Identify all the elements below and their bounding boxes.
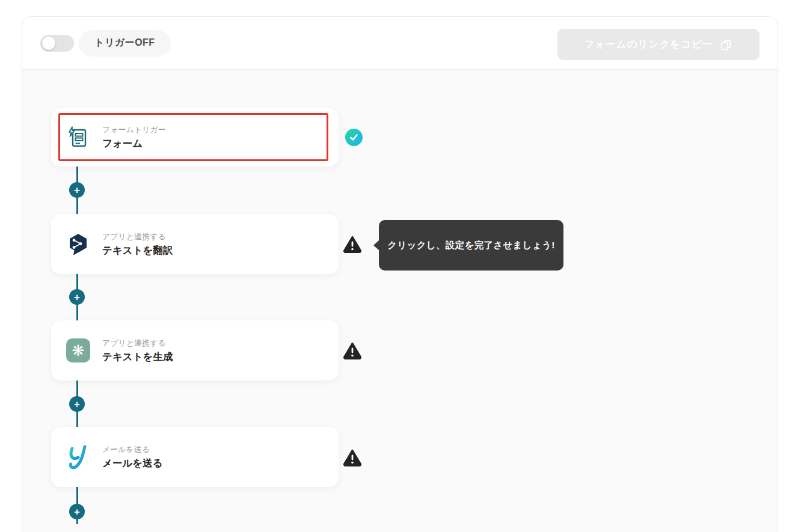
node-category: メールを送る xyxy=(102,444,163,455)
form-trigger-icon xyxy=(65,124,91,151)
success-check-icon xyxy=(345,129,363,146)
toggle-knob xyxy=(42,37,55,50)
warning-icon xyxy=(343,448,362,466)
node-category: フォームトリガー xyxy=(102,124,166,135)
tooltip-arrow-left xyxy=(373,240,379,251)
yoom-mail-icon xyxy=(65,444,91,470)
node-category: アプリと連携する xyxy=(102,338,173,349)
openai-icon: ❋ xyxy=(65,337,91,364)
warning-icon xyxy=(343,235,362,253)
flow-node-form-trigger[interactable]: フォームトリガー フォーム xyxy=(51,108,339,167)
trigger-status-pill: トリガーOFF xyxy=(79,30,171,57)
add-step-button-2[interactable]: + xyxy=(69,289,85,305)
node-title: テキストを翻訳 xyxy=(102,244,173,257)
node-texts: メールを送る メールを送る xyxy=(102,444,163,470)
openai-logo: ❋ xyxy=(66,338,90,362)
flow-node-send-mail[interactable]: メールを送る メールを送る xyxy=(51,427,339,487)
trigger-status-label: トリガーOFF xyxy=(94,37,155,49)
selection-highlight-frame xyxy=(58,113,328,161)
node-category: アプリと連携する xyxy=(102,231,173,242)
warning-icon xyxy=(343,341,362,359)
flow-node-translate-text[interactable]: アプリと連携する テキストを翻訳 xyxy=(51,214,339,274)
copy-form-link-label: フォームのリンクをコピー xyxy=(585,38,713,51)
add-step-button-4[interactable]: + xyxy=(69,504,85,519)
tooltip-text: クリックし、設定を完了させましょう! xyxy=(387,239,554,252)
copy-form-link-button[interactable]: フォームのリンクをコピー xyxy=(557,29,760,60)
deepl-icon xyxy=(65,231,91,257)
node-texts: アプリと連携する テキストを生成 xyxy=(102,338,173,364)
node-texts: アプリと連携する テキストを翻訳 xyxy=(102,231,173,257)
canvas-header: トリガーOFF フォームのリンクをコピー xyxy=(22,17,778,70)
node-title: メールを送る xyxy=(102,457,163,470)
node-texts: フォームトリガー フォーム xyxy=(102,124,166,150)
trigger-toggle[interactable] xyxy=(40,35,74,52)
copy-icon xyxy=(720,38,732,51)
node-title: フォーム xyxy=(102,137,166,150)
add-step-button-1[interactable]: + xyxy=(69,182,85,198)
setup-hint-tooltip: クリックし、設定を完了させましょう! xyxy=(379,220,563,271)
add-step-button-3[interactable]: + xyxy=(69,396,85,412)
flow-node-generate-text[interactable]: ❋ アプリと連携する テキストを生成 xyxy=(51,320,339,381)
node-title: テキストを生成 xyxy=(102,350,173,364)
